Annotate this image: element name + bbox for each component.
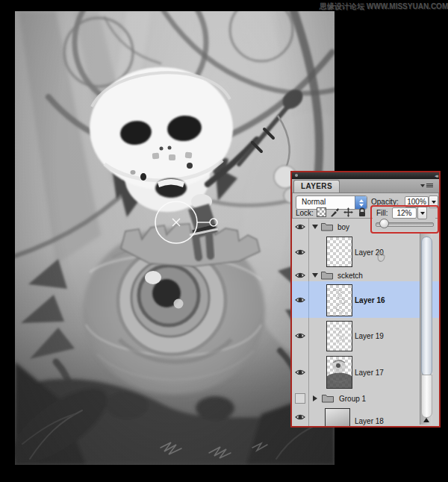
panel-scrollbar[interactable] bbox=[420, 233, 432, 425]
fill-slider-knob[interactable] bbox=[379, 219, 389, 228]
visibility-toggle[interactable] bbox=[292, 354, 309, 390]
lock-label: Lock: bbox=[296, 209, 314, 217]
group-name: scketch bbox=[337, 272, 363, 280]
layer-name: Layer 16 bbox=[355, 295, 385, 304]
layer-row-layer19[interactable]: Layer 19 bbox=[292, 318, 439, 354]
lock-paint-icon[interactable] bbox=[330, 207, 340, 217]
lock-buttons bbox=[317, 207, 367, 217]
eye-icon bbox=[295, 272, 305, 279]
layer-thumbnail[interactable] bbox=[326, 284, 352, 316]
canvas-painting bbox=[15, 11, 335, 465]
layer-thumbnail[interactable] bbox=[325, 408, 350, 428]
group-row-scketch[interactable]: scketch bbox=[292, 269, 439, 282]
opacity-value[interactable]: 100% bbox=[405, 196, 429, 207]
blend-mode-value: Normal bbox=[302, 198, 326, 206]
layer-row-layer18[interactable]: Layer 18 bbox=[292, 407, 439, 427]
panel-dot-icon bbox=[295, 174, 298, 177]
fill-value[interactable]: 12% bbox=[392, 207, 417, 219]
lock-transparency-icon[interactable] bbox=[317, 207, 326, 217]
eye-icon bbox=[295, 332, 305, 339]
expand-triangle[interactable] bbox=[312, 225, 318, 229]
group-name: boy bbox=[337, 222, 349, 231]
visibility-toggle[interactable] bbox=[292, 219, 309, 234]
panel-menu-icon[interactable] bbox=[420, 183, 433, 188]
layer-thumbnail[interactable] bbox=[326, 321, 352, 351]
lock-position-icon[interactable] bbox=[343, 207, 353, 217]
scrollbar-thumb[interactable] bbox=[421, 237, 432, 376]
layer-thumbnail[interactable] bbox=[326, 356, 352, 389]
layer-name: Layer 17 bbox=[355, 368, 384, 376]
layer-name: Layer 19 bbox=[355, 332, 384, 340]
eye-icon bbox=[295, 223, 305, 231]
scrollbar-track-end bbox=[421, 375, 432, 418]
collapse-panel-icon[interactable]: ◂◂ bbox=[435, 173, 437, 178]
layer-thumbnail[interactable] bbox=[326, 237, 352, 267]
expand-triangle[interactable] bbox=[312, 273, 318, 278]
eye-icon bbox=[295, 413, 305, 421]
eye-icon bbox=[295, 296, 305, 304]
layer-row-layer20[interactable]: Layer 20 bbox=[292, 234, 439, 270]
tab-layers[interactable]: LAYERS bbox=[293, 180, 340, 193]
lock-all-icon[interactable] bbox=[357, 207, 367, 217]
folder-icon bbox=[322, 394, 334, 403]
folder-icon bbox=[321, 271, 333, 280]
fill-dropdown-button[interactable] bbox=[417, 207, 427, 219]
group-row-group1[interactable]: Group 1 bbox=[292, 390, 439, 407]
layers-panel: ◂◂ LAYERS Normal Opacity: 100% Lock: bbox=[290, 171, 441, 428]
visibility-toggle[interactable] bbox=[292, 318, 309, 354]
scroll-up-arrow-icon[interactable] bbox=[423, 418, 429, 422]
visibility-toggle[interactable] bbox=[292, 390, 309, 407]
hand-cursor-icon bbox=[376, 251, 386, 263]
screenshot-root: 思缘设计论坛 WWW.MISSYUAN.COM bbox=[0, 0, 448, 482]
panel-header-bar[interactable]: ◂◂ bbox=[292, 172, 439, 179]
fill-slider-popup bbox=[373, 218, 435, 231]
watermark-text: 思缘设计论坛 WWW.MISSYUAN.COM bbox=[320, 1, 447, 12]
layer-row-layer16-selected[interactable]: Layer 16 bbox=[292, 281, 439, 319]
eye-icon bbox=[295, 369, 305, 376]
layer-row-layer17[interactable]: Layer 17 bbox=[292, 354, 439, 391]
document-canvas[interactable] bbox=[15, 11, 335, 465]
layer-list: boy Layer 20 scketch bbox=[292, 218, 439, 427]
visibility-toggle[interactable] bbox=[292, 234, 309, 269]
layer-name: Layer 18 bbox=[355, 417, 384, 425]
visibility-toggle[interactable] bbox=[292, 269, 309, 281]
fill-label: Fill: bbox=[376, 209, 388, 217]
visibility-empty-checkbox[interactable] bbox=[295, 393, 305, 404]
group-name: Group 1 bbox=[339, 395, 366, 403]
visibility-toggle[interactable] bbox=[292, 281, 309, 318]
folder-icon bbox=[321, 222, 333, 231]
expand-triangle-collapsed[interactable] bbox=[313, 395, 317, 401]
opacity-label: Opacity: bbox=[371, 198, 399, 206]
eye-icon bbox=[295, 248, 305, 256]
panel-tab-bar: LAYERS bbox=[292, 179, 439, 193]
visibility-toggle[interactable] bbox=[292, 407, 309, 427]
opacity-dropdown-button[interactable] bbox=[429, 195, 438, 208]
